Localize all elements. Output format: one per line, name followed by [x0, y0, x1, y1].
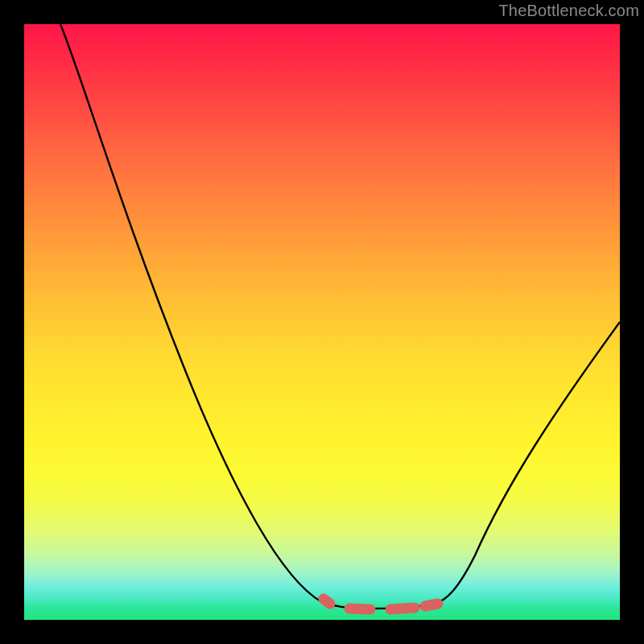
watermark-text: TheBottleneck.com [498, 2, 639, 20]
plot-area [24, 24, 620, 620]
chart-frame: TheBottleneck.com [0, 0, 644, 644]
chart-svg [24, 24, 620, 620]
bottleneck-curve [60, 24, 620, 609]
